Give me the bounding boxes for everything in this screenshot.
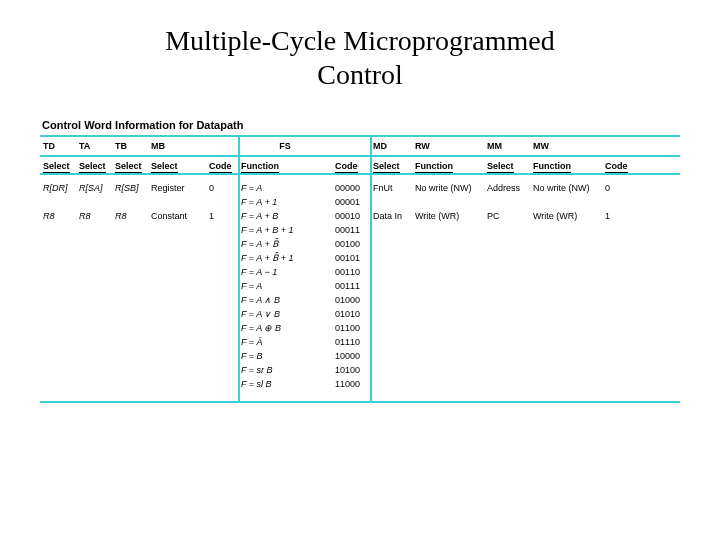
table-row: F = A − 1 00110 (40, 266, 680, 280)
title-line-1: Multiple-Cycle Microprogrammed (165, 25, 555, 56)
cell-mw-code: 0 (602, 182, 634, 194)
cell-fs-fun: F = B (238, 350, 332, 362)
table-row: F = A + B̄ + 1 00101 (40, 252, 680, 266)
col-mb: MB (148, 138, 206, 154)
cell-fs-fun: F = A ⊕ B (238, 322, 332, 334)
cell-fs-fun: F = sl B (238, 378, 332, 390)
table-caption: Control Word Information for Datapath (40, 119, 680, 131)
rule-bottom (40, 401, 680, 403)
cell-mb-code: 1 (206, 210, 238, 222)
datapath-table: TD TA TB MB FS MD RW MM MW Select Select… (40, 135, 680, 403)
cell-fs-code: 00001 (332, 196, 370, 208)
table-row: F = A ∧ B 01000 (40, 294, 680, 308)
table-row: R8 R8 R8 Constant 1 F = A + B 00010 Data… (40, 210, 680, 224)
page-title: Multiple-Cycle Microprogrammed Control (40, 24, 680, 91)
rule-mid-1 (40, 155, 680, 157)
cell-fs-code: 00101 (332, 252, 370, 264)
cell-mb-code: 0 (206, 182, 238, 194)
sub-mw-code-label: Code (605, 161, 628, 173)
col-md: MD (370, 138, 412, 154)
cell-fs-code: 00110 (332, 266, 370, 278)
cell-mm: PC (484, 210, 530, 222)
cell-fs-code: 01000 (332, 294, 370, 306)
col-mw-code-gap (602, 138, 634, 144)
cell-mw-code: 1 (602, 210, 634, 222)
col-tb: TB (112, 138, 148, 154)
sub-td-label: Select (43, 161, 70, 173)
table-row: F = A + B + 1 00011 (40, 224, 680, 238)
col-rw: RW (412, 138, 484, 154)
cell-fs-code: 00111 (332, 280, 370, 292)
vrule-fs-right (370, 135, 372, 403)
rule-mid-2 (40, 173, 680, 175)
cell-td: R[DR] (40, 182, 76, 194)
sub-mb-sel-label: Select (151, 161, 178, 173)
cell-fs-code: 00000 (332, 182, 370, 194)
cell-fs-code: 10100 (332, 364, 370, 376)
cell-md: FnUt (370, 182, 412, 194)
sub-fs-code-label: Code (335, 161, 358, 173)
table-body: R[DR] R[SA] R[SB] Register 0 F = A 00000… (40, 176, 680, 400)
cell-ta: R8 (76, 210, 112, 222)
sub-md-label: Select (373, 161, 400, 173)
cell-td: R8 (40, 210, 76, 222)
table-row: F = Ā 01110 (40, 336, 680, 350)
sub-ta-label: Select (79, 161, 106, 173)
cell-fs-fun: F = A ∨ B (238, 308, 332, 320)
vrule-fs-left (238, 135, 240, 403)
col-ta: TA (76, 138, 112, 154)
cell-tb: R8 (112, 210, 148, 222)
sub-mm-label: Select (487, 161, 514, 173)
cell-fs-code: 01010 (332, 308, 370, 320)
cell-md: Data In (370, 210, 412, 222)
cell-fs-code: 10000 (332, 350, 370, 362)
cell-fs-fun: F = A + B (238, 210, 332, 222)
rule-top (40, 135, 680, 137)
cell-fs-fun: F = A + B̄ (238, 238, 332, 250)
table-row: F = A + B̄ 00100 (40, 238, 680, 252)
cell-fs-fun: F = A − 1 (238, 266, 332, 278)
cell-fs-fun: F = A (238, 280, 332, 292)
cell-fs-fun: F = A ∧ B (238, 294, 332, 306)
cell-mw-fun: Write (WR) (530, 210, 602, 222)
cell-fs-code: 01100 (332, 322, 370, 334)
col-mb-code-gap (206, 138, 238, 144)
cell-rw: Write (WR) (412, 210, 484, 222)
cell-fs-fun: F = A + B + 1 (238, 224, 332, 236)
table-row: F = A 00111 (40, 280, 680, 294)
cell-ta: R[SA] (76, 182, 112, 194)
cell-tb: R[SB] (112, 182, 148, 194)
table-row: F = sr B 10100 (40, 364, 680, 378)
cell-fs-code: 00011 (332, 224, 370, 236)
sub-mw-fun-label: Function (533, 161, 571, 173)
table-row: F = B 10000 (40, 350, 680, 364)
title-line-2: Control (317, 59, 403, 90)
cell-fs-code: 11000 (332, 378, 370, 390)
col-mm: MM (484, 138, 530, 154)
col-td: TD (40, 138, 76, 154)
cell-fs-fun: F = Ā (238, 336, 332, 348)
cell-fs-fun: F = A (238, 182, 332, 194)
table-row: F = A ∨ B 01010 (40, 308, 680, 322)
sub-tb-label: Select (115, 161, 142, 173)
cell-mw-fun: No write (NW) (530, 182, 602, 194)
cell-rw: No write (NW) (412, 182, 484, 194)
cell-fs-code: 01110 (332, 336, 370, 348)
table-row: F = A + 1 00001 (40, 196, 680, 210)
cell-mm: Address (484, 182, 530, 194)
cell-mb-sel: Register (148, 182, 206, 194)
cell-mb-sel: Constant (148, 210, 206, 222)
cell-fs-fun: F = sr B (238, 364, 332, 376)
table-row: F = sl B 11000 (40, 378, 680, 392)
col-fs: FS (238, 138, 332, 154)
table-row: R[DR] R[SA] R[SB] Register 0 F = A 00000… (40, 182, 680, 196)
cell-fs-fun: F = A + B̄ + 1 (238, 252, 332, 264)
sub-mb-code-label: Code (209, 161, 232, 173)
sub-rw-label: Function (415, 161, 453, 173)
cell-fs-fun: F = A + 1 (238, 196, 332, 208)
col-fs-code-gap (332, 138, 370, 144)
cell-fs-code: 00010 (332, 210, 370, 222)
sub-fs-fun-label: Function (241, 161, 279, 173)
slide: Multiple-Cycle Microprogrammed Control C… (0, 0, 720, 540)
col-mw: MW (530, 138, 602, 154)
